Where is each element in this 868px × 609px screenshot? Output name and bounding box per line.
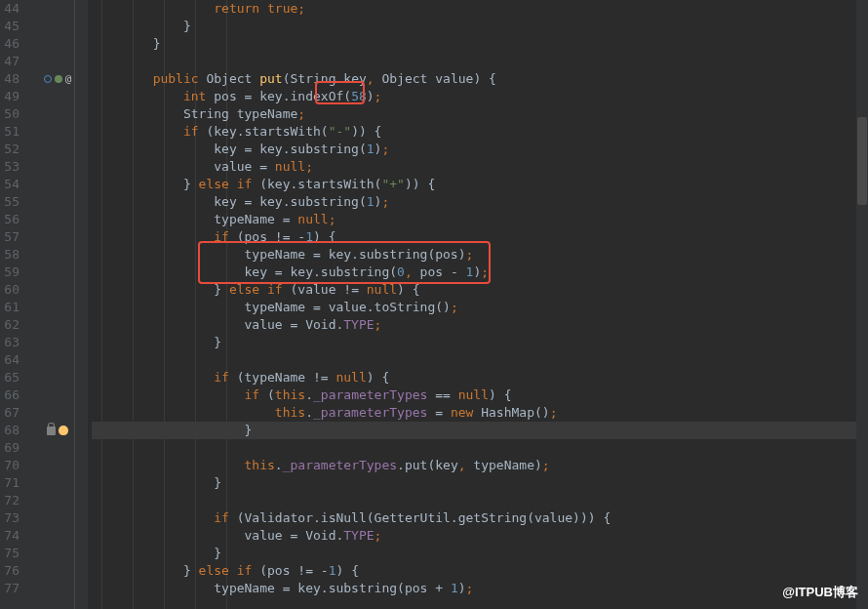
line-number[interactable]: 51 [4, 123, 20, 141]
code-line[interactable]: } [92, 334, 868, 351]
gutter-marker-row [27, 334, 88, 351]
code-line[interactable]: } else if (key.startsWith("+")) { [92, 176, 868, 193]
code-line[interactable]: value = Void.TYPE; [92, 527, 868, 545]
line-number[interactable]: 44 [4, 0, 20, 18]
code-line[interactable]: if (typeName != null) { [92, 369, 868, 386]
code-line[interactable]: return true; [92, 0, 868, 18]
gutter-marker-row [27, 141, 88, 158]
line-number-gutter[interactable]: 4445464748495051525354555657585960616263… [0, 0, 27, 609]
code-line[interactable]: } [92, 18, 868, 35]
line-number[interactable]: 62 [4, 316, 20, 334]
line-number[interactable]: 50 [4, 105, 20, 123]
gutter-marker-row [27, 281, 88, 299]
line-number[interactable]: 52 [4, 141, 20, 158]
code-line[interactable] [92, 492, 868, 509]
annotation-icon[interactable]: @ [65, 70, 72, 88]
line-number[interactable]: 56 [4, 211, 20, 228]
gutter-marker-row [27, 88, 88, 105]
code-line[interactable]: } [92, 545, 868, 562]
gutter-marker-row [27, 316, 88, 334]
bulb-icon[interactable] [59, 426, 68, 435]
override-icon[interactable] [44, 75, 52, 83]
line-number[interactable]: 47 [4, 53, 20, 70]
code-line[interactable]: key = key.substring(1); [92, 193, 868, 211]
lock-icon[interactable] [47, 426, 56, 435]
code-line[interactable]: key = key.substring(0, pos - 1); [92, 264, 868, 281]
line-number[interactable]: 73 [4, 509, 20, 527]
gutter-marker-row [27, 299, 88, 316]
gutter-marker-row [27, 18, 88, 35]
gutter-marker-row [27, 422, 88, 439]
gutter-marker-row [27, 439, 88, 457]
line-number[interactable]: 45 [4, 18, 20, 35]
gutter-marker-row [27, 492, 88, 509]
scroll-thumb[interactable] [857, 117, 867, 205]
line-number[interactable]: 70 [4, 457, 20, 474]
code-line[interactable] [92, 351, 868, 369]
line-number[interactable]: 53 [4, 158, 20, 176]
code-line[interactable] [92, 53, 868, 70]
code-line[interactable]: typeName = value.toString(); [92, 299, 868, 316]
gutter-marker-row [27, 53, 88, 70]
code-line[interactable]: String typeName; [92, 105, 868, 123]
line-number[interactable]: 76 [4, 562, 20, 580]
line-number[interactable]: 67 [4, 404, 20, 422]
line-number[interactable]: 49 [4, 88, 20, 105]
code-line[interactable] [92, 439, 868, 457]
code-line[interactable]: this._parameterTypes = new HashMap(); [92, 404, 868, 422]
gutter-marker-row [27, 386, 88, 404]
line-number[interactable]: 77 [4, 580, 20, 597]
code-line[interactable]: } else if (pos != -1) { [92, 562, 868, 580]
implements-icon[interactable] [55, 75, 62, 83]
line-number[interactable]: 75 [4, 545, 20, 562]
code-line[interactable]: } [92, 35, 868, 53]
line-number[interactable]: 58 [4, 246, 20, 264]
code-line[interactable]: if (key.startsWith("-")) { [92, 123, 868, 141]
code-content[interactable]: return true; } } public Object put(Strin… [88, 0, 868, 609]
code-line[interactable]: int pos = key.indexOf(58); [92, 88, 868, 105]
gutter-marker-row [27, 369, 88, 386]
code-line[interactable]: } [92, 422, 868, 439]
line-number[interactable]: 68 [4, 422, 20, 439]
code-line[interactable]: typeName = null; [92, 211, 868, 228]
line-number[interactable]: 61 [4, 299, 20, 316]
gutter-marker-row [27, 193, 88, 211]
code-line[interactable]: public Object put(String key, Object val… [92, 70, 868, 88]
code-line[interactable]: if (Validator.isNull(GetterUtil.getStrin… [92, 509, 868, 527]
code-line[interactable]: typeName = key.substring(pos + 1); [92, 580, 868, 597]
line-number[interactable]: 55 [4, 193, 20, 211]
line-number[interactable]: 59 [4, 264, 20, 281]
line-number[interactable]: 48 [4, 70, 20, 88]
line-number[interactable]: 63 [4, 334, 20, 351]
gutter-marker-row [27, 351, 88, 369]
code-line[interactable]: } else if (value != null) { [92, 281, 868, 299]
gutter-marker-row: @ [27, 70, 88, 88]
line-number[interactable]: 64 [4, 351, 20, 369]
code-line[interactable]: value = null; [92, 158, 868, 176]
line-number[interactable]: 54 [4, 176, 20, 193]
line-number[interactable]: 72 [4, 492, 20, 509]
code-line[interactable]: value = Void.TYPE; [92, 316, 868, 334]
code-line[interactable]: } [92, 474, 868, 492]
line-number[interactable]: 74 [4, 527, 20, 545]
gutter-marker-row [27, 35, 88, 53]
code-editor: 4445464748495051525354555657585960616263… [0, 0, 868, 609]
code-line[interactable]: if (pos != -1) { [92, 228, 868, 246]
line-number[interactable]: 60 [4, 281, 20, 299]
gutter-marker-row [27, 474, 88, 492]
gutter-markers[interactable]: @ [27, 0, 88, 609]
fold-guide [74, 0, 75, 609]
gutter-marker-row [27, 580, 88, 597]
code-line[interactable]: key = key.substring(1); [92, 141, 868, 158]
code-line[interactable]: this._parameterTypes.put(key, typeName); [92, 457, 868, 474]
line-number[interactable]: 57 [4, 228, 20, 246]
line-number[interactable]: 65 [4, 369, 20, 386]
line-number[interactable]: 46 [4, 35, 20, 53]
line-number[interactable]: 66 [4, 386, 20, 404]
gutter-marker-row [27, 264, 88, 281]
vertical-scrollbar[interactable] [856, 0, 868, 609]
line-number[interactable]: 69 [4, 439, 20, 457]
code-line[interactable]: typeName = key.substring(pos); [92, 246, 868, 264]
line-number[interactable]: 71 [4, 474, 20, 492]
code-line[interactable]: if (this._parameterTypes == null) { [92, 386, 868, 404]
